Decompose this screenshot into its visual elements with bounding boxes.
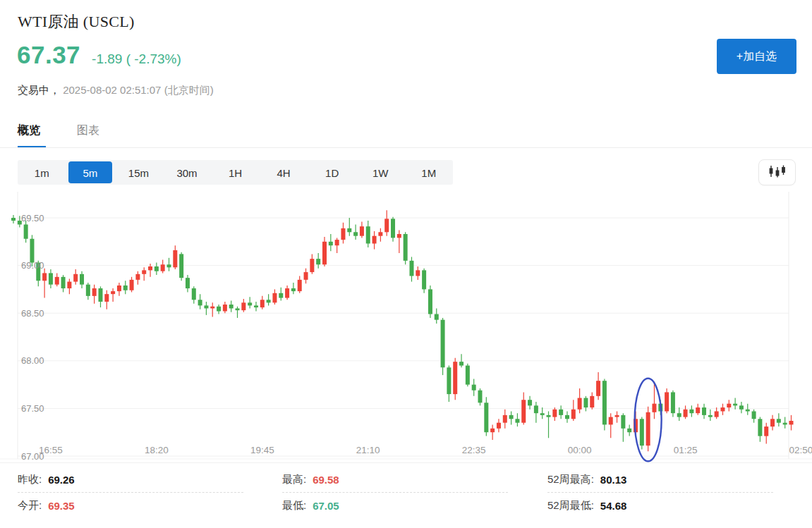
candle-body bbox=[248, 302, 252, 305]
stat-row: 52周最低:54.68 bbox=[547, 492, 773, 518]
candle-body bbox=[627, 429, 631, 432]
candle-body bbox=[746, 410, 750, 412]
candle-body bbox=[565, 415, 569, 419]
candle-body bbox=[335, 240, 339, 245]
stat-value: 80.13 bbox=[600, 474, 627, 486]
y-axis-label: 69.50 bbox=[21, 213, 44, 223]
candle-body bbox=[254, 305, 258, 307]
candle-body bbox=[67, 282, 71, 288]
candle-body bbox=[360, 226, 364, 236]
candle-body bbox=[316, 259, 320, 264]
candle-body bbox=[236, 308, 240, 310]
candle-body bbox=[55, 277, 59, 285]
candle-body bbox=[104, 294, 109, 302]
candle-body bbox=[583, 398, 588, 408]
stat-row: 最低:67.05 bbox=[282, 492, 508, 518]
candle-body bbox=[515, 419, 519, 422]
candle-body bbox=[123, 286, 128, 290]
candle-body bbox=[602, 381, 607, 424]
candle-body bbox=[416, 270, 420, 276]
candle-body bbox=[528, 400, 532, 405]
candle-body bbox=[615, 415, 619, 417]
candle-body bbox=[260, 300, 265, 307]
candle-body bbox=[223, 305, 227, 311]
candle-body bbox=[571, 410, 576, 419]
candle-body bbox=[428, 289, 432, 314]
candle-body bbox=[384, 219, 389, 232]
stat-value: 67.05 bbox=[313, 500, 339, 512]
instrument-detail-page: WTI原油 (USCL) 67.37 -1.89 ( -2.73%) 交易中， … bbox=[0, 0, 812, 528]
candle-body bbox=[689, 410, 693, 413]
candle-body bbox=[453, 362, 457, 394]
candle-body bbox=[341, 228, 345, 240]
y-axis-label: 67.50 bbox=[21, 403, 44, 414]
stat-row: 今开:69.35 bbox=[18, 492, 243, 518]
candle-body bbox=[764, 426, 768, 436]
stat-value: 54.68 bbox=[600, 500, 627, 512]
candle-body bbox=[285, 288, 289, 298]
candle-body bbox=[366, 226, 370, 243]
stat-label: 最低: bbox=[282, 499, 306, 512]
stat-column: 昨收:69.26今开:69.35 bbox=[18, 467, 243, 518]
candle-body bbox=[353, 232, 358, 235]
candle-body bbox=[204, 305, 208, 308]
y-axis-label: 68.50 bbox=[21, 308, 44, 319]
candle-body bbox=[397, 234, 401, 238]
candle-body bbox=[291, 288, 296, 291]
candle-body bbox=[459, 362, 463, 365]
candle-body bbox=[404, 234, 408, 261]
stat-row: 52周最高:80.13 bbox=[547, 467, 773, 492]
candle-body bbox=[142, 270, 146, 274]
candle-body bbox=[61, 277, 66, 288]
candle-body bbox=[777, 419, 781, 422]
candle-body bbox=[49, 273, 53, 284]
candle-body bbox=[478, 391, 483, 403]
candle-body bbox=[279, 293, 283, 298]
stat-value: 69.58 bbox=[313, 474, 339, 486]
x-axis-label: 16:55 bbox=[39, 445, 63, 455]
candle-body bbox=[447, 367, 451, 394]
candle-body bbox=[435, 314, 439, 320]
candle-body bbox=[733, 404, 737, 406]
y-axis-label: 68.00 bbox=[21, 355, 44, 366]
candle-body bbox=[217, 307, 221, 312]
candle-body bbox=[547, 415, 551, 417]
candle-body bbox=[229, 305, 234, 308]
candle-body bbox=[441, 320, 445, 368]
candle-body bbox=[117, 286, 121, 291]
candle-body bbox=[167, 264, 171, 267]
candle-body bbox=[578, 398, 582, 410]
candle-body bbox=[509, 415, 514, 419]
candle-body bbox=[148, 266, 152, 270]
candle-body bbox=[646, 412, 650, 446]
candle-body bbox=[758, 419, 762, 436]
candle-body bbox=[298, 280, 302, 291]
x-axis-label: 00:00 bbox=[568, 445, 592, 455]
candle-body bbox=[98, 288, 102, 302]
candle-body bbox=[391, 219, 395, 238]
candle-body bbox=[497, 423, 501, 429]
candlestick-chart[interactable]: 69.5069.0068.5068.0067.5067.0016:5518:20… bbox=[0, 0, 812, 528]
candle-body bbox=[24, 224, 28, 238]
candle-body bbox=[409, 261, 413, 276]
candle-body bbox=[179, 254, 183, 278]
candle-body bbox=[422, 270, 426, 289]
candle-body bbox=[609, 417, 613, 425]
candle-body bbox=[727, 404, 731, 407]
candle-body bbox=[42, 273, 47, 281]
candle-body bbox=[552, 410, 557, 417]
stat-row: 最高:69.58 bbox=[282, 467, 508, 492]
candle-body bbox=[720, 407, 725, 411]
candle-body bbox=[472, 385, 476, 391]
candle-body bbox=[621, 415, 625, 429]
candle-body bbox=[92, 288, 97, 296]
candle-body bbox=[161, 264, 165, 271]
candle-body bbox=[640, 419, 644, 446]
candle-body bbox=[789, 421, 794, 424]
candle-body bbox=[272, 293, 277, 303]
candle-body bbox=[708, 415, 713, 417]
stat-value: 69.35 bbox=[48, 500, 75, 512]
stats-panel: 昨收:69.26今开:69.35最高:69.58最低:67.0552周最高:80… bbox=[0, 467, 812, 528]
candle-body bbox=[534, 405, 538, 413]
candle-body bbox=[11, 218, 16, 221]
